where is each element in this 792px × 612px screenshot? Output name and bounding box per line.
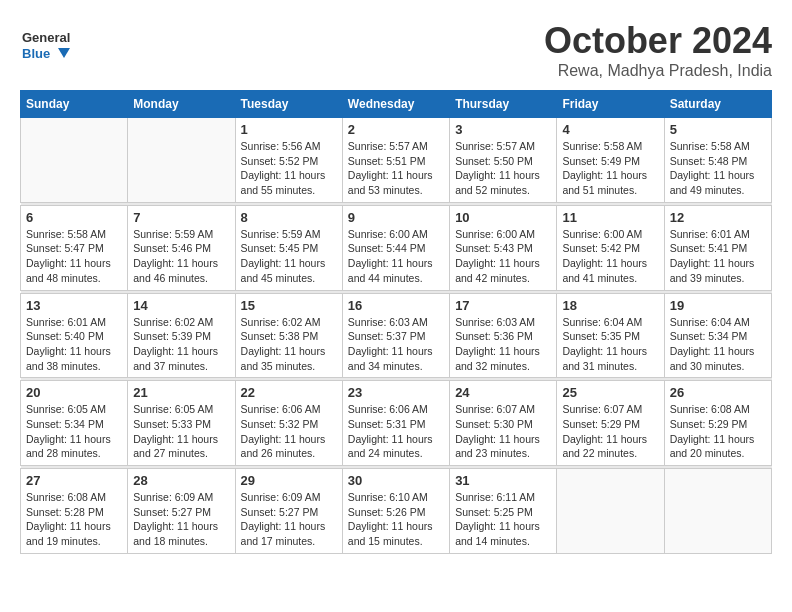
day-number: 11 bbox=[562, 210, 658, 225]
calendar-cell: 10Sunrise: 6:00 AMSunset: 5:43 PMDayligh… bbox=[450, 205, 557, 290]
day-number: 22 bbox=[241, 385, 337, 400]
day-info: Sunrise: 5:59 AMSunset: 5:45 PMDaylight:… bbox=[241, 227, 337, 286]
day-info: Sunrise: 6:03 AMSunset: 5:36 PMDaylight:… bbox=[455, 315, 551, 374]
day-number: 30 bbox=[348, 473, 444, 488]
calendar-week-2: 6Sunrise: 5:58 AMSunset: 5:47 PMDaylight… bbox=[21, 205, 772, 290]
svg-text:General: General bbox=[22, 30, 70, 45]
day-info: Sunrise: 5:58 AMSunset: 5:47 PMDaylight:… bbox=[26, 227, 122, 286]
day-number: 24 bbox=[455, 385, 551, 400]
weekday-header-tuesday: Tuesday bbox=[235, 91, 342, 118]
day-info: Sunrise: 6:06 AMSunset: 5:32 PMDaylight:… bbox=[241, 402, 337, 461]
calendar-cell: 8Sunrise: 5:59 AMSunset: 5:45 PMDaylight… bbox=[235, 205, 342, 290]
day-number: 6 bbox=[26, 210, 122, 225]
calendar-cell: 23Sunrise: 6:06 AMSunset: 5:31 PMDayligh… bbox=[342, 381, 449, 466]
calendar-cell: 28Sunrise: 6:09 AMSunset: 5:27 PMDayligh… bbox=[128, 469, 235, 554]
day-number: 27 bbox=[26, 473, 122, 488]
calendar-cell: 9Sunrise: 6:00 AMSunset: 5:44 PMDaylight… bbox=[342, 205, 449, 290]
svg-marker-2 bbox=[58, 48, 70, 58]
day-info: Sunrise: 6:04 AMSunset: 5:34 PMDaylight:… bbox=[670, 315, 766, 374]
day-info: Sunrise: 5:57 AMSunset: 5:51 PMDaylight:… bbox=[348, 139, 444, 198]
calendar-cell: 12Sunrise: 6:01 AMSunset: 5:41 PMDayligh… bbox=[664, 205, 771, 290]
day-number: 13 bbox=[26, 298, 122, 313]
calendar-week-1: 1Sunrise: 5:56 AMSunset: 5:52 PMDaylight… bbox=[21, 118, 772, 203]
calendar-cell: 16Sunrise: 6:03 AMSunset: 5:37 PMDayligh… bbox=[342, 293, 449, 378]
day-info: Sunrise: 6:01 AMSunset: 5:40 PMDaylight:… bbox=[26, 315, 122, 374]
day-info: Sunrise: 5:57 AMSunset: 5:50 PMDaylight:… bbox=[455, 139, 551, 198]
calendar-cell: 22Sunrise: 6:06 AMSunset: 5:32 PMDayligh… bbox=[235, 381, 342, 466]
day-number: 16 bbox=[348, 298, 444, 313]
day-number: 18 bbox=[562, 298, 658, 313]
calendar-cell: 7Sunrise: 5:59 AMSunset: 5:46 PMDaylight… bbox=[128, 205, 235, 290]
day-number: 14 bbox=[133, 298, 229, 313]
day-info: Sunrise: 6:06 AMSunset: 5:31 PMDaylight:… bbox=[348, 402, 444, 461]
day-number: 1 bbox=[241, 122, 337, 137]
title-block: October 2024 Rewa, Madhya Pradesh, India bbox=[544, 20, 772, 80]
calendar-cell: 15Sunrise: 6:02 AMSunset: 5:38 PMDayligh… bbox=[235, 293, 342, 378]
day-number: 20 bbox=[26, 385, 122, 400]
day-number: 4 bbox=[562, 122, 658, 137]
calendar-cell: 31Sunrise: 6:11 AMSunset: 5:25 PMDayligh… bbox=[450, 469, 557, 554]
day-info: Sunrise: 6:08 AMSunset: 5:28 PMDaylight:… bbox=[26, 490, 122, 549]
calendar-cell: 17Sunrise: 6:03 AMSunset: 5:36 PMDayligh… bbox=[450, 293, 557, 378]
day-info: Sunrise: 6:11 AMSunset: 5:25 PMDaylight:… bbox=[455, 490, 551, 549]
weekday-header-monday: Monday bbox=[128, 91, 235, 118]
calendar-cell: 26Sunrise: 6:08 AMSunset: 5:29 PMDayligh… bbox=[664, 381, 771, 466]
day-number: 17 bbox=[455, 298, 551, 313]
day-info: Sunrise: 6:09 AMSunset: 5:27 PMDaylight:… bbox=[241, 490, 337, 549]
weekday-header-wednesday: Wednesday bbox=[342, 91, 449, 118]
calendar-cell: 18Sunrise: 6:04 AMSunset: 5:35 PMDayligh… bbox=[557, 293, 664, 378]
calendar-week-4: 20Sunrise: 6:05 AMSunset: 5:34 PMDayligh… bbox=[21, 381, 772, 466]
page-header: General Blue October 2024 Rewa, Madhya P… bbox=[20, 20, 772, 80]
day-number: 26 bbox=[670, 385, 766, 400]
day-number: 7 bbox=[133, 210, 229, 225]
calendar-cell: 25Sunrise: 6:07 AMSunset: 5:29 PMDayligh… bbox=[557, 381, 664, 466]
calendar-table: SundayMondayTuesdayWednesdayThursdayFrid… bbox=[20, 90, 772, 554]
day-info: Sunrise: 6:00 AMSunset: 5:43 PMDaylight:… bbox=[455, 227, 551, 286]
day-info: Sunrise: 5:59 AMSunset: 5:46 PMDaylight:… bbox=[133, 227, 229, 286]
day-number: 19 bbox=[670, 298, 766, 313]
weekday-header-sunday: Sunday bbox=[21, 91, 128, 118]
day-info: Sunrise: 6:08 AMSunset: 5:29 PMDaylight:… bbox=[670, 402, 766, 461]
calendar-cell bbox=[21, 118, 128, 203]
day-number: 10 bbox=[455, 210, 551, 225]
day-info: Sunrise: 6:09 AMSunset: 5:27 PMDaylight:… bbox=[133, 490, 229, 549]
svg-text:Blue: Blue bbox=[22, 46, 50, 61]
weekday-header-thursday: Thursday bbox=[450, 91, 557, 118]
day-number: 28 bbox=[133, 473, 229, 488]
day-number: 5 bbox=[670, 122, 766, 137]
day-number: 21 bbox=[133, 385, 229, 400]
day-info: Sunrise: 5:56 AMSunset: 5:52 PMDaylight:… bbox=[241, 139, 337, 198]
day-info: Sunrise: 6:00 AMSunset: 5:44 PMDaylight:… bbox=[348, 227, 444, 286]
day-number: 12 bbox=[670, 210, 766, 225]
calendar-cell: 2Sunrise: 5:57 AMSunset: 5:51 PMDaylight… bbox=[342, 118, 449, 203]
day-info: Sunrise: 6:00 AMSunset: 5:42 PMDaylight:… bbox=[562, 227, 658, 286]
logo: General Blue bbox=[20, 20, 70, 70]
day-info: Sunrise: 5:58 AMSunset: 5:48 PMDaylight:… bbox=[670, 139, 766, 198]
calendar-cell: 30Sunrise: 6:10 AMSunset: 5:26 PMDayligh… bbox=[342, 469, 449, 554]
calendar-cell: 20Sunrise: 6:05 AMSunset: 5:34 PMDayligh… bbox=[21, 381, 128, 466]
day-number: 8 bbox=[241, 210, 337, 225]
month-title: October 2024 bbox=[544, 20, 772, 62]
day-number: 25 bbox=[562, 385, 658, 400]
calendar-cell: 13Sunrise: 6:01 AMSunset: 5:40 PMDayligh… bbox=[21, 293, 128, 378]
day-number: 3 bbox=[455, 122, 551, 137]
day-number: 9 bbox=[348, 210, 444, 225]
day-number: 2 bbox=[348, 122, 444, 137]
day-info: Sunrise: 6:01 AMSunset: 5:41 PMDaylight:… bbox=[670, 227, 766, 286]
weekday-header-friday: Friday bbox=[557, 91, 664, 118]
calendar-cell: 29Sunrise: 6:09 AMSunset: 5:27 PMDayligh… bbox=[235, 469, 342, 554]
calendar-cell bbox=[557, 469, 664, 554]
day-info: Sunrise: 6:10 AMSunset: 5:26 PMDaylight:… bbox=[348, 490, 444, 549]
logo-icon: General Blue bbox=[20, 20, 70, 70]
calendar-week-3: 13Sunrise: 6:01 AMSunset: 5:40 PMDayligh… bbox=[21, 293, 772, 378]
day-number: 31 bbox=[455, 473, 551, 488]
calendar-cell: 3Sunrise: 5:57 AMSunset: 5:50 PMDaylight… bbox=[450, 118, 557, 203]
calendar-week-5: 27Sunrise: 6:08 AMSunset: 5:28 PMDayligh… bbox=[21, 469, 772, 554]
weekday-header-saturday: Saturday bbox=[664, 91, 771, 118]
calendar-cell: 4Sunrise: 5:58 AMSunset: 5:49 PMDaylight… bbox=[557, 118, 664, 203]
calendar-cell bbox=[128, 118, 235, 203]
day-number: 29 bbox=[241, 473, 337, 488]
day-info: Sunrise: 6:02 AMSunset: 5:38 PMDaylight:… bbox=[241, 315, 337, 374]
calendar-cell: 21Sunrise: 6:05 AMSunset: 5:33 PMDayligh… bbox=[128, 381, 235, 466]
calendar-cell: 6Sunrise: 5:58 AMSunset: 5:47 PMDaylight… bbox=[21, 205, 128, 290]
